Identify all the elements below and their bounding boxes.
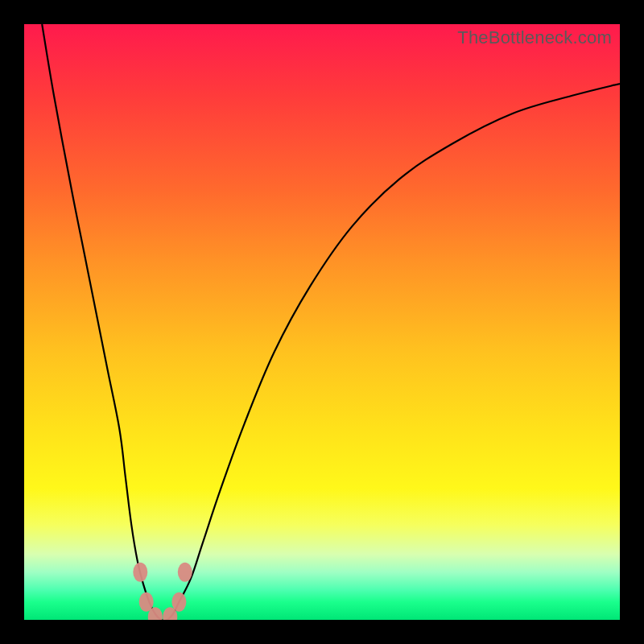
plot-area: TheBottleneck.com bbox=[24, 24, 620, 620]
bottleneck-curve bbox=[42, 24, 620, 620]
curve-marker bbox=[171, 592, 186, 612]
curve-markers bbox=[133, 563, 192, 620]
chart-container: TheBottleneck.com bbox=[0, 0, 644, 644]
curve-marker bbox=[178, 563, 192, 582]
curve-marker bbox=[133, 563, 147, 582]
bottleneck-curve-svg bbox=[24, 24, 620, 620]
